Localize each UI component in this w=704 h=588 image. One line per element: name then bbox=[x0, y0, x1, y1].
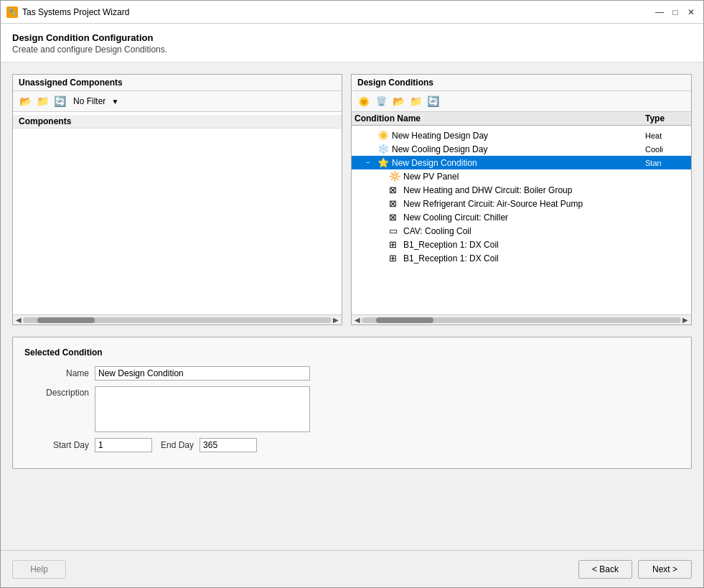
back-button[interactable]: < Back bbox=[578, 560, 632, 579]
design-conditions-title-label: Design Conditions bbox=[357, 78, 433, 88]
unassigned-scroll-track[interactable] bbox=[23, 317, 332, 323]
tree-item-icon: ❄️ bbox=[377, 144, 390, 154]
name-row: Name bbox=[24, 366, 680, 381]
tree-item-label: New Design Condition bbox=[392, 158, 645, 168]
dc-column-headers: Condition Name Type bbox=[352, 112, 691, 126]
name-input[interactable] bbox=[95, 366, 310, 381]
unassigned-panel-title: Unassigned Components bbox=[13, 75, 342, 91]
tree-expand-icon: − bbox=[366, 159, 376, 167]
dc-refresh-button[interactable]: 🔄 bbox=[425, 93, 441, 109]
tree-item-label: CAV: Cooling Coil bbox=[403, 226, 645, 236]
bottom-right: < Back Next > bbox=[578, 560, 692, 579]
tree-item-type: Stan bbox=[645, 159, 688, 167]
tree-item-label: New Heating and DHW Circuit: Boiler Grou… bbox=[403, 185, 645, 195]
tree-item-icon: ⊠ bbox=[389, 212, 402, 223]
end-day-label: End Day bbox=[161, 440, 194, 450]
components-column-header: Components bbox=[13, 115, 342, 129]
tree-item-icon: ⊠ bbox=[389, 185, 402, 195]
scroll-left-arrow[interactable]: ◀ bbox=[14, 316, 23, 324]
page-title: Design Condition Configuration bbox=[12, 32, 692, 43]
title-bar-left: 🔧 Tas Systems Project Wizard bbox=[6, 6, 129, 18]
dc-scroll-left[interactable]: ◀ bbox=[353, 316, 362, 324]
content-area: Unassigned Components 📂 📁 🔄 No Filter ▼ … bbox=[1, 62, 703, 550]
dc-scroll-track[interactable] bbox=[362, 317, 681, 323]
end-day-input[interactable] bbox=[200, 438, 257, 452]
tree-item-icon: ▭ bbox=[389, 225, 402, 236]
bottom-left: Help bbox=[12, 560, 66, 579]
dc-scroll-right[interactable]: ▶ bbox=[681, 316, 690, 324]
tree-item-type: Cooli bbox=[645, 145, 688, 154]
dc-open-folder-button[interactable]: 📂 bbox=[390, 93, 406, 109]
maximize-button[interactable]: □ bbox=[669, 6, 682, 19]
tree-item-label: New Refrigerant Circuit: Air-Source Heat… bbox=[403, 199, 645, 209]
unassigned-components-area: Components bbox=[13, 112, 342, 314]
start-day-input[interactable] bbox=[95, 438, 152, 452]
minimize-button[interactable]: — bbox=[653, 6, 666, 19]
next-button[interactable]: Next > bbox=[638, 560, 692, 579]
window-title: Tas Systems Project Wizard bbox=[22, 7, 129, 17]
page-subtitle: Create and configure Design Conditions. bbox=[12, 45, 692, 55]
refresh-button[interactable]: 🔄 bbox=[52, 93, 67, 109]
description-row: Description bbox=[24, 386, 680, 432]
tree-row[interactable]: ⊠New Refrigerant Circuit: Air-Source Hea… bbox=[352, 197, 691, 210]
app-icon: 🔧 bbox=[6, 6, 18, 18]
day-row: Start Day End Day bbox=[24, 438, 680, 452]
tree-item-label: New Cooling Circuit: Chiller bbox=[403, 213, 645, 223]
tree-item-icon: 🔆 bbox=[389, 171, 402, 182]
tree-item-label: New PV Panel bbox=[403, 172, 645, 182]
unassigned-toolbar: 📂 📁 🔄 No Filter ▼ bbox=[13, 91, 342, 112]
tree-item-icon: ⊞ bbox=[389, 239, 402, 250]
open-folder-button[interactable]: 📂 bbox=[17, 93, 33, 109]
design-conditions-scrollbar[interactable]: ◀ ▶ bbox=[352, 314, 691, 325]
tree-item-label: B1_Reception 1: DX Coil bbox=[403, 253, 645, 263]
tree-row[interactable]: 🔆New PV Panel bbox=[352, 169, 691, 183]
new-folder-button[interactable]: 📁 bbox=[34, 93, 50, 109]
add-sun-button[interactable]: 🌞 bbox=[356, 93, 372, 109]
dc-scroll-thumb[interactable] bbox=[376, 317, 433, 323]
unassigned-title-label: Unassigned Components bbox=[19, 78, 123, 88]
tree-row[interactable]: ☀️New Heating Design DayHeat bbox=[352, 129, 691, 142]
tree-row[interactable]: ⊠New Heating and DHW Circuit: Boiler Gro… bbox=[352, 183, 691, 197]
design-conditions-panel-title: Design Conditions bbox=[352, 75, 691, 91]
tree-item-icon: ☀️ bbox=[377, 130, 390, 141]
page-header: Design Condition Configuration Create an… bbox=[1, 24, 703, 62]
col-type-header: Type bbox=[645, 113, 688, 123]
unassigned-scroll-thumb[interactable] bbox=[37, 317, 95, 323]
bottom-bar: Help < Back Next > bbox=[1, 550, 703, 587]
filter-label: No Filter bbox=[73, 96, 105, 106]
scroll-right-arrow[interactable]: ▶ bbox=[332, 316, 340, 324]
selected-condition-title: Selected Condition bbox=[24, 347, 680, 358]
tree-item-icon: ⊞ bbox=[389, 253, 402, 263]
panels-row: Unassigned Components 📂 📁 🔄 No Filter ▼ … bbox=[12, 74, 692, 325]
dc-new-folder-button[interactable]: 📁 bbox=[408, 93, 423, 109]
main-window: 🔧 Tas Systems Project Wizard — □ ✕ Desig… bbox=[0, 0, 704, 588]
design-conditions-panel: Design Conditions 🌞 🗑️ 📂 📁 🔄 Condition N… bbox=[351, 74, 692, 325]
selected-condition-panel: Selected Condition Name Description Star… bbox=[12, 337, 692, 469]
tree-item-label: New Heating Design Day bbox=[392, 131, 645, 141]
tree-row[interactable]: ⊞B1_Reception 1: DX Coil bbox=[352, 238, 691, 251]
design-conditions-tree[interactable]: ☀️New Heating Design DayHeat❄️New Coolin… bbox=[352, 126, 691, 314]
help-button[interactable]: Help bbox=[12, 560, 66, 579]
tree-item-icon: ⭐ bbox=[377, 157, 390, 168]
unassigned-panel: Unassigned Components 📂 📁 🔄 No Filter ▼ … bbox=[12, 74, 342, 325]
delete-button[interactable]: 🗑️ bbox=[373, 93, 389, 109]
design-conditions-toolbar: 🌞 🗑️ 📂 📁 🔄 bbox=[352, 91, 691, 112]
col-name-header: Condition Name bbox=[355, 113, 645, 123]
tree-row[interactable]: ⊞B1_Reception 1: DX Coil bbox=[352, 251, 691, 265]
start-day-label: Start Day bbox=[24, 440, 89, 450]
tree-row[interactable]: ❄️New Cooling Design DayCooli bbox=[352, 142, 691, 156]
description-label: Description bbox=[24, 388, 89, 398]
tree-row[interactable]: −⭐New Design ConditionStan bbox=[352, 156, 691, 169]
title-controls: — □ ✕ bbox=[653, 6, 698, 19]
tree-item-type: Heat bbox=[645, 131, 688, 140]
description-input[interactable] bbox=[95, 386, 310, 432]
tree-row[interactable]: ▭CAV: Cooling Coil bbox=[352, 224, 691, 238]
close-button[interactable]: ✕ bbox=[685, 6, 698, 19]
unassigned-scrollbar[interactable]: ◀ ▶ bbox=[13, 314, 342, 325]
tree-item-label: B1_Reception 1: DX Coil bbox=[403, 240, 645, 250]
title-bar: 🔧 Tas Systems Project Wizard — □ ✕ bbox=[1, 1, 703, 24]
name-label: Name bbox=[24, 368, 89, 378]
filter-dropdown-button[interactable]: ▼ bbox=[107, 93, 123, 109]
tree-item-label: New Cooling Design Day bbox=[392, 144, 645, 154]
tree-row[interactable]: ⊠New Cooling Circuit: Chiller bbox=[352, 210, 691, 224]
